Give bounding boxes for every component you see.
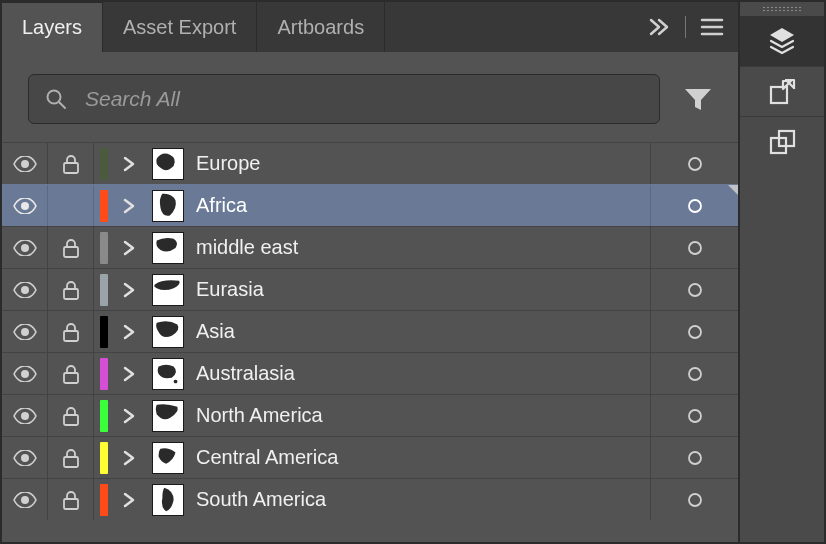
- panel-grip[interactable]: [740, 2, 824, 16]
- layer-name[interactable]: South America: [196, 488, 650, 511]
- layer-target-circle[interactable]: [650, 395, 738, 436]
- layer-thumbnail[interactable]: [152, 148, 184, 180]
- layer-row[interactable]: North America: [2, 394, 738, 436]
- layer-color-chip[interactable]: [100, 358, 108, 390]
- disclosure-chevron-icon[interactable]: [114, 366, 144, 382]
- tab-layers[interactable]: Layers: [2, 2, 103, 52]
- visibility-toggle[interactable]: [2, 311, 48, 352]
- lock-toggle[interactable]: [48, 353, 94, 394]
- visibility-toggle[interactable]: [2, 143, 48, 184]
- layer-color-chip[interactable]: [100, 316, 108, 348]
- lock-toggle[interactable]: [48, 437, 94, 478]
- layer-name[interactable]: Central America: [196, 446, 650, 469]
- layer-target-circle[interactable]: [650, 185, 738, 226]
- layer-name[interactable]: Eurasia: [196, 278, 650, 301]
- disclosure-chevron-icon[interactable]: [114, 324, 144, 340]
- layer-name[interactable]: middle east: [196, 236, 650, 259]
- lock-toggle[interactable]: [48, 143, 94, 184]
- svg-point-20: [689, 410, 701, 422]
- layer-row[interactable]: Asia: [2, 310, 738, 352]
- layer-color-chip[interactable]: [100, 190, 108, 222]
- disclosure-chevron-icon[interactable]: [114, 408, 144, 424]
- separator: [685, 16, 686, 38]
- svg-point-14: [689, 326, 701, 338]
- search-icon: [45, 88, 67, 110]
- svg-rect-25: [64, 499, 78, 509]
- svg-point-21: [21, 454, 29, 462]
- layer-name[interactable]: Africa: [196, 194, 650, 217]
- lock-toggle[interactable]: [48, 227, 94, 268]
- layer-color-chip[interactable]: [100, 148, 108, 180]
- visibility-toggle[interactable]: [2, 395, 48, 436]
- layer-row[interactable]: middle east: [2, 226, 738, 268]
- layer-target-circle[interactable]: [650, 437, 738, 478]
- layer-thumbnail[interactable]: [152, 400, 184, 432]
- layer-name[interactable]: Asia: [196, 320, 650, 343]
- layer-row[interactable]: Africa: [2, 184, 738, 226]
- layer-row[interactable]: South America: [2, 478, 738, 520]
- layer-target-circle[interactable]: [650, 143, 738, 184]
- layer-color-chip[interactable]: [100, 442, 108, 474]
- layer-thumbnail[interactable]: [152, 442, 184, 474]
- visibility-toggle[interactable]: [2, 269, 48, 310]
- layer-row[interactable]: Europe: [2, 142, 738, 184]
- lock-toggle[interactable]: [48, 395, 94, 436]
- layer-thumbnail[interactable]: [152, 190, 184, 222]
- svg-rect-7: [64, 247, 78, 257]
- disclosure-chevron-icon[interactable]: [114, 156, 144, 172]
- layer-name[interactable]: North America: [196, 404, 650, 427]
- visibility-toggle[interactable]: [2, 353, 48, 394]
- layer-target-circle[interactable]: [650, 353, 738, 394]
- layer-target-circle[interactable]: [650, 479, 738, 520]
- svg-point-15: [21, 370, 29, 378]
- layer-target-circle[interactable]: [650, 269, 738, 310]
- disclosure-chevron-icon[interactable]: [114, 492, 144, 508]
- filter-button[interactable]: [678, 79, 718, 119]
- layer-row[interactable]: Australasia: [2, 352, 738, 394]
- svg-point-26: [689, 494, 701, 506]
- layer-thumbnail[interactable]: [152, 232, 184, 264]
- layer-color-chip[interactable]: [100, 274, 108, 306]
- layers-panel: Layers Asset Export Artboards: [2, 2, 740, 542]
- dock-artboards-icon[interactable]: [740, 116, 824, 166]
- lock-toggle[interactable]: [48, 185, 94, 226]
- layer-thumbnail[interactable]: [152, 358, 184, 390]
- expand-panels-icon[interactable]: [649, 18, 671, 36]
- lock-toggle[interactable]: [48, 479, 94, 520]
- svg-point-23: [689, 452, 701, 464]
- layer-name[interactable]: Europe: [196, 152, 650, 175]
- disclosure-chevron-icon[interactable]: [114, 282, 144, 298]
- layer-color-chip[interactable]: [100, 400, 108, 432]
- layer-name[interactable]: Australasia: [196, 362, 650, 385]
- tab-asset-export[interactable]: Asset Export: [103, 2, 257, 52]
- layer-thumbnail[interactable]: [152, 274, 184, 306]
- disclosure-chevron-icon[interactable]: [114, 198, 144, 214]
- tab-artboards[interactable]: Artboards: [257, 2, 385, 52]
- disclosure-chevron-icon[interactable]: [114, 450, 144, 466]
- svg-point-4: [21, 202, 29, 210]
- svg-rect-16: [64, 373, 78, 383]
- svg-point-5: [689, 200, 701, 212]
- visibility-toggle[interactable]: [2, 227, 48, 268]
- search-input[interactable]: [83, 86, 643, 112]
- layer-target-circle[interactable]: [650, 311, 738, 352]
- disclosure-chevron-icon[interactable]: [114, 240, 144, 256]
- layer-target-circle[interactable]: [650, 227, 738, 268]
- layer-row[interactable]: Eurasia: [2, 268, 738, 310]
- dock-layers-icon[interactable]: [740, 16, 824, 66]
- visibility-toggle[interactable]: [2, 437, 48, 478]
- svg-point-0: [48, 91, 61, 104]
- search-box[interactable]: [28, 74, 660, 124]
- visibility-toggle[interactable]: [2, 479, 48, 520]
- lock-toggle[interactable]: [48, 269, 94, 310]
- layer-color-chip[interactable]: [100, 484, 108, 516]
- panel-menu-icon[interactable]: [700, 18, 724, 36]
- dock-asset-export-icon[interactable]: [740, 66, 824, 116]
- svg-point-6: [21, 244, 29, 252]
- layer-row[interactable]: Central America: [2, 436, 738, 478]
- layer-thumbnail[interactable]: [152, 316, 184, 348]
- visibility-toggle[interactable]: [2, 185, 48, 226]
- layer-color-chip[interactable]: [100, 232, 108, 264]
- lock-toggle[interactable]: [48, 311, 94, 352]
- layer-thumbnail[interactable]: [152, 484, 184, 516]
